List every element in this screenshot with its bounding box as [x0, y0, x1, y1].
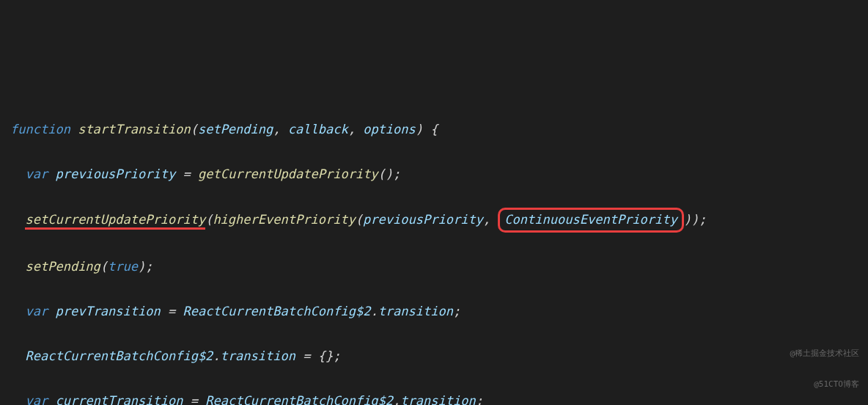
function-name: startTransition	[78, 122, 191, 136]
keyword-function: function	[10, 122, 70, 136]
function-call: setPending	[25, 259, 100, 274]
variable: previousPriority	[363, 212, 483, 227]
boolean: true	[108, 259, 138, 274]
object: ReactCurrentBatchConfig$2	[183, 304, 371, 318]
underline-annotation: setCurrentUpdatePriority	[25, 212, 205, 230]
object: ReactCurrentBatchConfig$2	[205, 393, 393, 405]
property: transition	[378, 304, 453, 318]
param: setPending	[198, 122, 273, 136]
property: transition	[400, 393, 475, 405]
code-editor: function startTransition(setPending, cal…	[10, 95, 858, 405]
code-line-6: ReactCurrentBatchConfig$2.transition = {…	[10, 345, 858, 368]
highlight-box-annotation: ContinuousEventPriority	[498, 208, 683, 233]
function-call: higherEventPriority	[213, 212, 355, 227]
function-call: setCurrentUpdatePriority	[25, 212, 205, 227]
watermark-line: @稀土掘金技术社区	[790, 349, 859, 359]
keyword-var: var	[25, 167, 48, 181]
code-line-4: setPending(true);	[10, 255, 858, 278]
code-line-2: var previousPriority = getCurrentUpdateP…	[10, 163, 858, 186]
code-line-5: var prevTransition = ReactCurrentBatchCo…	[10, 300, 858, 323]
code-line-7: var currentTransition = ReactCurrentBatc…	[10, 390, 858, 405]
watermark: @稀土掘金技术社区 @51CTO博客	[790, 327, 859, 401]
variable: currentTransition	[55, 393, 183, 405]
variable: ContinuousEventPriority	[504, 212, 677, 227]
property: transition	[221, 349, 295, 363]
function-call: getCurrentUpdatePriority	[198, 167, 378, 181]
variable: prevTransition	[55, 304, 160, 318]
param: callback	[288, 122, 348, 136]
object: ReactCurrentBatchConfig$2	[25, 349, 213, 363]
param: options	[363, 122, 416, 136]
keyword-var: var	[25, 304, 48, 318]
keyword-var: var	[25, 393, 48, 405]
watermark-line: @51CTO博客	[790, 379, 859, 390]
code-line-3: setCurrentUpdatePriority(higherEventPrio…	[10, 208, 858, 233]
code-line-1: function startTransition(setPending, cal…	[10, 118, 858, 141]
variable: previousPriority	[55, 167, 175, 181]
